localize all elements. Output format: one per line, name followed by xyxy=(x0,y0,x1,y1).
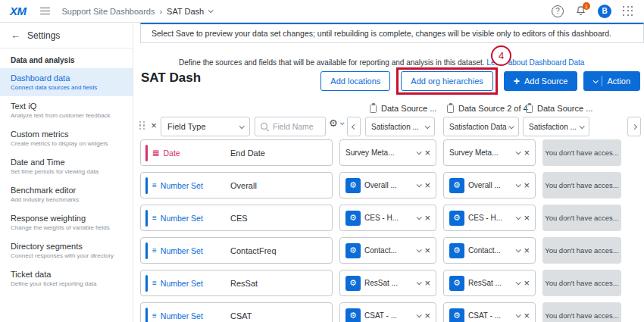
remove-mapping-icon[interactable]: × xyxy=(524,278,530,288)
field-type-dropdown[interactable]: Field Type xyxy=(161,117,250,136)
remove-mapping-icon[interactable]: × xyxy=(524,180,530,190)
apps-grid-icon[interactable] xyxy=(623,6,633,17)
add-source-button[interactable]: + Add Source xyxy=(504,71,578,91)
chevron-down-icon[interactable] xyxy=(417,214,422,220)
mapping-cell[interactable]: ⚙ CSAT - ... × xyxy=(443,302,536,322)
chevron-down-icon[interactable] xyxy=(516,312,521,317)
mapping-cell[interactable]: ⚙ ResSat ... × xyxy=(339,270,436,296)
sidebar-item-response-weighting[interactable]: Response weighting Change the weights of… xyxy=(0,208,133,236)
mapping-cell[interactable]: ⚙ CSAT - ... × xyxy=(339,302,436,322)
field-settings-icon[interactable]: ⚙ xyxy=(449,276,464,291)
clipboard-icon xyxy=(447,105,454,113)
mapping-cell[interactable]: ⚙ Overall ... × xyxy=(443,172,536,199)
annotation-step-circle: 4 xyxy=(491,45,511,66)
avatar[interactable]: B xyxy=(598,5,611,18)
mapping-cell[interactable]: ⚙ Contact... × xyxy=(339,237,436,264)
scroll-columns-right-button[interactable] xyxy=(627,117,641,136)
chevron-down-icon[interactable] xyxy=(417,247,422,252)
field-settings-icon[interactable]: ⚙ xyxy=(449,243,464,258)
remove-mapping-icon[interactable]: × xyxy=(424,245,430,255)
chevron-down-icon[interactable] xyxy=(417,312,422,317)
hamburger-menu-icon[interactable] xyxy=(40,8,50,15)
breadcrumb-root[interactable]: Support Site Dashboards xyxy=(62,7,155,16)
remove-mapping-icon[interactable]: × xyxy=(524,148,530,158)
chevron-down-icon[interactable] xyxy=(516,247,521,252)
column-header-label: Data Source ... xyxy=(381,104,436,113)
remove-mapping-icon[interactable]: × xyxy=(424,180,430,190)
mapping-cell[interactable]: ⚙ ResSat ... × xyxy=(443,270,536,296)
sidebar-item-benchmark-editor[interactable]: Benchmark editor Add industry benchmarks xyxy=(0,180,133,208)
number-set-icon: ≡ xyxy=(152,247,157,255)
table-settings-button[interactable]: ⚙ xyxy=(329,118,343,128)
field-definition[interactable]: ≡ Number Set Overall xyxy=(140,172,333,199)
data-source-select-2[interactable]: Satisfaction Data (... xyxy=(443,117,519,136)
field-type-label: Number Set xyxy=(161,214,203,223)
breadcrumb-current[interactable]: SAT Dash xyxy=(167,7,204,16)
field-definition[interactable]: ≡ Number Set ResSat xyxy=(140,270,333,296)
settings-sidebar: ← Settings Data and analysis Dashboard d… xyxy=(0,23,133,322)
remove-mapping-icon[interactable]: × xyxy=(424,311,430,320)
chevron-down-icon[interactable] xyxy=(516,182,521,187)
selected-source-label: Satisfaction ... xyxy=(529,123,577,131)
mapping-cell[interactable]: ⚙ Overall ... × xyxy=(339,172,436,199)
mapping-cell[interactable]: Survey Meta... × xyxy=(339,139,436,166)
sidebar-item-directory-segments[interactable]: Directory segments Connect responses wit… xyxy=(0,236,133,264)
chevron-down-icon[interactable] xyxy=(516,149,521,155)
chevron-down-icon[interactable] xyxy=(417,149,422,155)
remove-mapping-icon[interactable]: × xyxy=(424,278,430,288)
sidebar-item-custom-metrics[interactable]: Custom metrics Create metrics to display… xyxy=(0,124,133,152)
field-definition[interactable]: ≡ Number Set CSAT xyxy=(140,302,333,322)
field-definition[interactable]: ▦ Date End Date xyxy=(140,139,333,166)
chevron-down-icon[interactable] xyxy=(516,280,521,285)
scroll-columns-left-button[interactable] xyxy=(347,117,361,136)
remove-mapping-icon[interactable]: × xyxy=(424,148,430,158)
mapping-cell[interactable]: Survey Meta... × xyxy=(443,139,536,166)
field-type-badge: ≡ Number Set xyxy=(145,210,230,227)
field-settings-icon[interactable]: ⚙ xyxy=(345,211,361,226)
mapping-cell[interactable]: ⚙ CES - H... × xyxy=(443,205,536,231)
type-accent-bar xyxy=(145,242,148,259)
sidebar-item-label: Dashboard data xyxy=(11,73,122,83)
data-source-select-3[interactable]: Satisfaction ... xyxy=(523,117,589,136)
field-settings-icon[interactable]: ⚙ xyxy=(345,308,361,322)
help-icon[interactable]: ? xyxy=(552,5,564,17)
chevron-down-icon[interactable] xyxy=(208,8,214,13)
add-locations-button[interactable]: Add locations xyxy=(320,71,390,91)
add-org-hierarchies-button[interactable]: Add org hierarchies xyxy=(401,71,492,91)
field-definition[interactable]: ≡ Number Set ContactFreq xyxy=(140,237,333,264)
chevron-down-icon[interactable] xyxy=(417,182,422,187)
topbar: XM Support Site Dashboards › SAT Dash ? … xyxy=(0,0,644,23)
sidebar-item-ticket-data[interactable]: Ticket data Define your ticket reporting… xyxy=(0,264,133,292)
type-accent-bar xyxy=(145,308,148,322)
field-definition[interactable]: ≡ Number Set CES xyxy=(140,205,333,231)
remove-mapping-icon[interactable]: × xyxy=(524,245,530,255)
field-row: ≡ Number Set ResSat ⚙ ResSat ... × ⚙ Res… xyxy=(133,270,644,296)
data-source-select-1[interactable]: Satisfaction ... xyxy=(365,117,435,136)
sidebar-item-dashboard-data[interactable]: Dashboard data Connect data sources and … xyxy=(0,68,133,96)
chevron-down-icon[interactable] xyxy=(417,280,422,285)
sidebar-item-date-and-time[interactable]: Date and Time Set time periods for viewi… xyxy=(0,152,133,180)
drag-handle-icon[interactable] xyxy=(139,121,145,130)
remove-mapping-icon[interactable]: × xyxy=(524,311,530,320)
field-settings-icon[interactable]: ⚙ xyxy=(449,178,464,193)
field-settings-icon[interactable]: ⚙ xyxy=(345,243,361,258)
sidebar-item-desc: Set time periods for viewing data xyxy=(11,168,122,175)
sidebar-item-desc: Define your ticket reporting data xyxy=(11,280,122,287)
back-to-settings-button[interactable]: ← Settings xyxy=(0,23,133,48)
xm-logo[interactable]: XM xyxy=(10,5,27,17)
field-settings-icon[interactable]: ⚙ xyxy=(449,308,464,322)
sidebar-item-text-iq[interactable]: Text iQ Analyze text from customer feedb… xyxy=(0,96,133,124)
action-button[interactable]: Action xyxy=(583,71,640,91)
field-settings-icon[interactable]: ⚙ xyxy=(449,211,464,226)
mapping-cell[interactable]: ⚙ CES - H... × xyxy=(339,205,436,231)
mapping-cell[interactable]: ⚙ Contact... × xyxy=(443,237,536,264)
remove-mapping-icon[interactable]: × xyxy=(524,213,530,223)
remove-mapping-icon[interactable]: × xyxy=(424,213,430,223)
help-glyph: ? xyxy=(555,7,560,15)
field-name-search-input[interactable] xyxy=(273,122,317,131)
notifications-bell-icon[interactable]: 1 xyxy=(575,5,586,17)
field-settings-icon[interactable]: ⚙ xyxy=(345,276,361,291)
clear-selection-icon[interactable]: × xyxy=(151,120,157,130)
chevron-down-icon[interactable] xyxy=(516,214,521,220)
field-settings-icon[interactable]: ⚙ xyxy=(345,178,361,193)
